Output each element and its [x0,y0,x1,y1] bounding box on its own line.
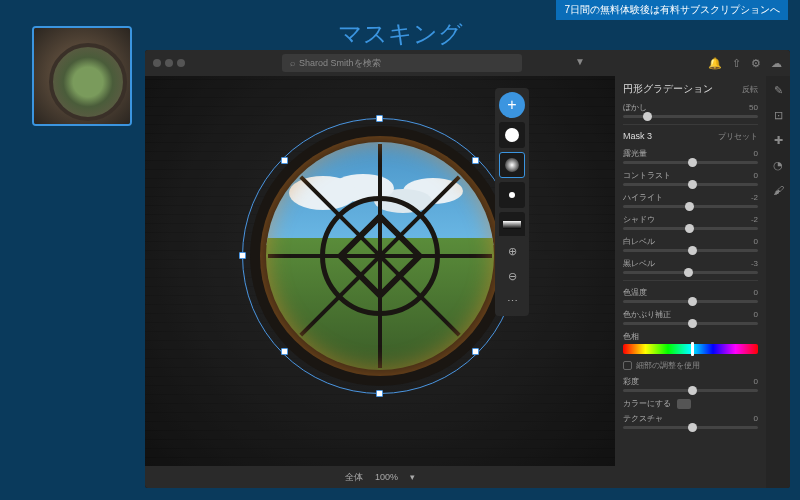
invert-button[interactable]: 反転 [742,84,758,95]
tint-slider[interactable] [623,322,758,325]
mask-name-label: Mask 3 [623,131,652,142]
mask-tools-panel: ⊕ ⊖ ⋯ [495,236,529,316]
gear-icon[interactable]: ⚙ [751,57,761,70]
white-slider[interactable] [623,249,758,252]
photo [145,76,615,466]
contrast-slider[interactable] [623,183,758,186]
preset-button[interactable]: プリセット [718,131,758,142]
black-slider[interactable] [623,271,758,274]
thumbnail-image [34,28,130,124]
fit-label[interactable]: 全体 [345,471,363,484]
hue-label: 色相 [623,331,639,342]
right-panel: 円形グラデーション 反転 ぼかし50 Mask 3 プリセット 露光量0 [615,76,790,488]
mask-icon[interactable]: ◔ [773,159,783,172]
temp-label: 色温度 [623,287,647,298]
edit-icon[interactable]: ✎ [774,84,783,97]
color-swatch[interactable] [677,399,691,409]
canvas[interactable]: + ⊕ ⊖ ⋯ 全体 100% ▾ [145,76,615,488]
highlight-label: ハイライト [623,192,663,203]
panel-title: 円形グラデーション [623,82,713,96]
mask-tool-subtract-icon[interactable]: ⊖ [499,265,525,287]
share-icon[interactable]: ⇧ [732,57,741,70]
mask-item-2[interactable] [499,152,525,178]
detail-checkbox[interactable]: 細部の調整を使用 [623,360,758,371]
search-placeholder: Sharod Smithを検索 [299,57,381,70]
texture-slider[interactable] [623,426,758,429]
zoom-level[interactable]: 100% [375,472,398,482]
cloud-icon[interactable]: ☁ [771,57,782,70]
exposure-value: 0 [754,149,758,158]
black-value: -3 [751,259,758,268]
checkbox-icon [623,361,632,370]
highlight-slider[interactable] [623,205,758,208]
search-icon: ⌕ [290,58,295,68]
heal-icon[interactable]: ✚ [774,134,783,147]
main-area: + ⊕ ⊖ ⋯ 全体 100% ▾ 円形グラデーション 反転 [145,76,790,488]
brush-icon[interactable]: 🖌 [773,184,784,196]
colorize-label: カラーにする [623,398,671,409]
hue-slider[interactable] [623,344,758,354]
trial-banner: 7日間の無料体験後は有料サブスクリプションへ [556,0,788,20]
crop-icon[interactable]: ⊡ [774,109,783,122]
blur-value: 50 [749,103,758,112]
saturation-slider[interactable] [623,389,758,392]
shadow-slider[interactable] [623,227,758,230]
search-input[interactable]: ⌕ Sharod Smithを検索 [282,54,522,72]
bell-icon[interactable]: 🔔 [708,57,722,70]
tint-value: 0 [754,310,758,319]
mask-item-1[interactable] [499,122,525,148]
tint-label: 色かぶり補正 [623,309,671,320]
texture-label: テクスチャ [623,413,663,424]
exposure-label: 露光量 [623,148,647,159]
add-mask-button[interactable]: + [499,92,525,118]
blur-label: ぼかし [623,102,647,113]
rose-window [250,126,510,386]
right-tool-strip: ✎ ⊡ ✚ ◔ 🖌 [766,76,790,488]
mask-item-3[interactable] [499,182,525,208]
temp-slider[interactable] [623,300,758,303]
preview-thumbnail [32,26,132,126]
top-toolbar: ⌕ Sharod Smithを検索 ▼ 🔔 ⇧ ⚙ ☁ [145,50,790,76]
canvas-bottombar: 全体 100% ▾ [145,466,615,488]
chevron-down-icon[interactable]: ▾ [410,472,415,482]
window-controls[interactable] [153,59,185,67]
blur-slider[interactable] [623,115,758,118]
mask-tool-menu-icon[interactable]: ⋯ [499,290,525,312]
contrast-label: コントラスト [623,170,671,181]
mask-item-4[interactable] [499,212,525,238]
white-label: 白レベル [623,236,655,247]
white-value: 0 [754,237,758,246]
saturation-label: 彩度 [623,376,639,387]
black-label: 黒レベル [623,258,655,269]
app-window: ⌕ Sharod Smithを検索 ▼ 🔔 ⇧ ⚙ ☁ [145,50,790,488]
mask-tool-add-icon[interactable]: ⊕ [499,240,525,262]
feature-title: マスキング [338,18,463,50]
exposure-slider[interactable] [623,161,758,164]
saturation-value: 0 [754,377,758,386]
temp-value: 0 [754,288,758,297]
shadow-value: -2 [751,215,758,224]
filter-icon[interactable]: ▼ [575,56,585,67]
contrast-value: 0 [754,171,758,180]
mask-list-panel: + [495,88,529,242]
detail-check-label: 細部の調整を使用 [636,360,700,371]
shadow-label: シャドウ [623,214,655,225]
texture-value: 0 [754,414,758,423]
highlight-value: -2 [751,193,758,202]
